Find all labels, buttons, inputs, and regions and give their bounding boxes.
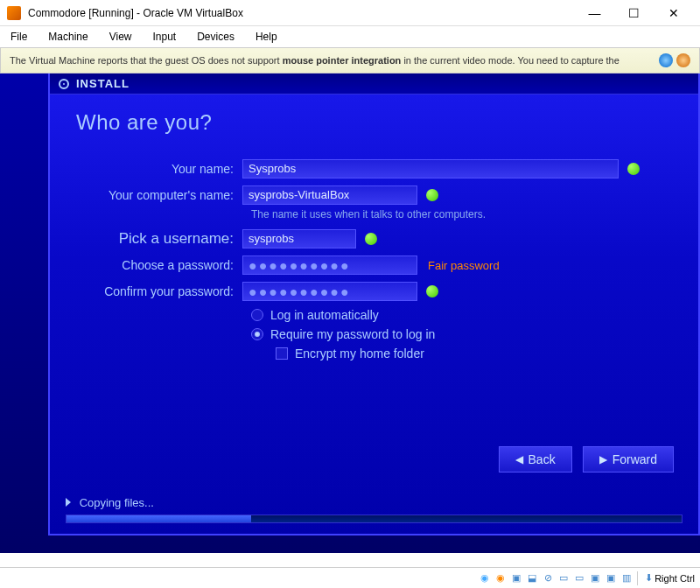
notification-prefix: The Virtual Machine reports that the gue… bbox=[10, 55, 283, 66]
window-controls: — ☐ ✕ bbox=[575, 1, 693, 25]
menu-help[interactable]: Help bbox=[252, 29, 281, 45]
sb-network-icon[interactable]: ⬓ bbox=[525, 571, 539, 585]
label-confirm-password: Confirm your password: bbox=[76, 284, 242, 298]
dismiss-icon[interactable] bbox=[659, 53, 673, 67]
app-icon bbox=[7, 6, 21, 20]
sb-optical-icon[interactable]: ◉ bbox=[494, 571, 508, 585]
window-titlebar: Commodore [Running] - Oracle VM VirtualB… bbox=[0, 0, 700, 26]
status-dot-username bbox=[365, 233, 377, 245]
row-your-name: Your name: Sysprobs bbox=[76, 159, 672, 178]
sb-divider bbox=[637, 571, 638, 585]
installer-icon bbox=[59, 79, 69, 89]
radio-auto-login[interactable]: Log in automatically bbox=[251, 308, 672, 322]
close-button[interactable]: ✕ bbox=[654, 1, 693, 25]
label-computer-name: Your computer's name: bbox=[76, 188, 242, 202]
arrow-down-icon: ⬇ bbox=[645, 572, 653, 584]
radio-require-password[interactable]: Require my password to log in bbox=[251, 327, 672, 341]
notification-bold: mouse pointer integration bbox=[283, 55, 402, 66]
progress-text: Copying files... bbox=[80, 496, 154, 509]
row-confirm-password: Confirm your password: ●●●●●●●●●● bbox=[76, 282, 672, 301]
minimize-button[interactable]: — bbox=[575, 1, 614, 25]
password-strength: Fair password bbox=[428, 259, 500, 272]
hint-computer-name: The name it uses when it talks to other … bbox=[251, 208, 672, 220]
radio-icon bbox=[251, 309, 263, 321]
input-username[interactable]: sysprobs bbox=[242, 229, 356, 248]
notification-text: The Virtual Machine reports that the gue… bbox=[10, 55, 659, 66]
nav-buttons: ◀ Back ▶ Forward bbox=[499, 446, 674, 472]
input-your-name[interactable]: Sysprobs bbox=[242, 159, 619, 178]
menu-devices[interactable]: Devices bbox=[193, 29, 238, 45]
label-password: Choose a password: bbox=[76, 258, 242, 272]
host-key-label: Right Ctrl bbox=[654, 573, 695, 584]
input-password[interactable]: ●●●●●●●●●● bbox=[242, 256, 417, 275]
radio-label-auto: Log in automatically bbox=[270, 308, 379, 322]
input-confirm-password[interactable]: ●●●●●●●●●● bbox=[242, 282, 417, 301]
sb-audio-icon[interactable]: ▣ bbox=[604, 571, 618, 585]
input-computer-name[interactable]: sysprobs-VirtualBox bbox=[242, 186, 417, 205]
info-icon[interactable] bbox=[676, 53, 690, 67]
menu-file[interactable]: File bbox=[7, 29, 31, 45]
installer-title: INSTALL bbox=[76, 77, 130, 90]
sb-display-icon[interactable]: ▭ bbox=[572, 571, 586, 585]
progress-label: Copying files... bbox=[66, 496, 682, 509]
status-dot-name bbox=[627, 163, 640, 175]
row-computer-name: Your computer's name: sysprobs-VirtualBo… bbox=[76, 186, 672, 205]
sb-shared-icon[interactable]: ▭ bbox=[556, 571, 570, 585]
notification-suffix: in the current video mode. You need to c… bbox=[401, 55, 620, 66]
sb-clipboard-icon[interactable]: ▥ bbox=[620, 571, 634, 585]
host-key-indicator[interactable]: ⬇ Right Ctrl bbox=[645, 572, 695, 584]
progress-bar bbox=[66, 514, 682, 523]
row-password: Choose a password: ●●●●●●●●●● Fair passw… bbox=[76, 256, 672, 275]
radio-icon-checked bbox=[251, 328, 263, 340]
vm-statusbar: ◉ ◉ ▣ ⬓ ⊘ ▭ ▭ ▣ ▣ ▥ ⬇ Right Ctrl bbox=[0, 567, 700, 588]
forward-label: Forward bbox=[612, 452, 657, 466]
installer-titlebar: INSTALL bbox=[50, 74, 698, 94]
maximize-button[interactable]: ☐ bbox=[614, 1, 654, 25]
label-your-name: Your name: bbox=[76, 162, 242, 176]
menu-view[interactable]: View bbox=[106, 29, 136, 45]
menu-machine[interactable]: Machine bbox=[45, 29, 91, 45]
label-username: Pick a username: bbox=[76, 230, 242, 248]
status-dot-confirm bbox=[426, 285, 438, 298]
installer-window: INSTALL Who are you? Your name: Sysprobs… bbox=[48, 74, 700, 536]
progress-area: Copying files... bbox=[66, 496, 682, 523]
checkbox-label-encrypt: Encrypt my home folder bbox=[295, 346, 424, 360]
radio-label-require: Require my password to log in bbox=[270, 327, 435, 341]
arrow-right-icon: ▶ bbox=[599, 453, 607, 466]
notification-bar: The Virtual Machine reports that the gue… bbox=[0, 47, 700, 74]
installer-body: Who are you? Your name: Sysprobs Your co… bbox=[50, 94, 698, 376]
sb-usb-icon[interactable]: ⊘ bbox=[541, 571, 555, 585]
arrow-left-icon: ◀ bbox=[515, 453, 523, 466]
vm-display: INSTALL Who are you? Your name: Sysprobs… bbox=[0, 74, 700, 553]
row-username: Pick a username: sysprobs bbox=[76, 229, 672, 248]
back-button[interactable]: ◀ Back bbox=[499, 446, 572, 472]
checkbox-encrypt[interactable]: Encrypt my home folder bbox=[276, 346, 672, 360]
sb-recording-icon[interactable]: ▣ bbox=[588, 571, 602, 585]
page-heading: Who are you? bbox=[76, 110, 672, 135]
status-dot-computer bbox=[426, 189, 438, 201]
checkbox-icon bbox=[276, 347, 288, 360]
disclosure-icon[interactable] bbox=[66, 498, 71, 507]
progress-fill bbox=[66, 515, 251, 522]
notification-actions bbox=[659, 53, 690, 67]
sb-hdd-icon[interactable]: ▣ bbox=[509, 571, 523, 585]
window-title: Commodore [Running] - Oracle VM VirtualB… bbox=[28, 7, 575, 19]
menu-input[interactable]: Input bbox=[150, 29, 180, 45]
sb-disk-icon[interactable]: ◉ bbox=[478, 571, 492, 585]
back-label: Back bbox=[528, 452, 556, 466]
forward-button[interactable]: ▶ Forward bbox=[583, 446, 674, 472]
menubar: File Machine View Input Devices Help bbox=[0, 26, 700, 47]
